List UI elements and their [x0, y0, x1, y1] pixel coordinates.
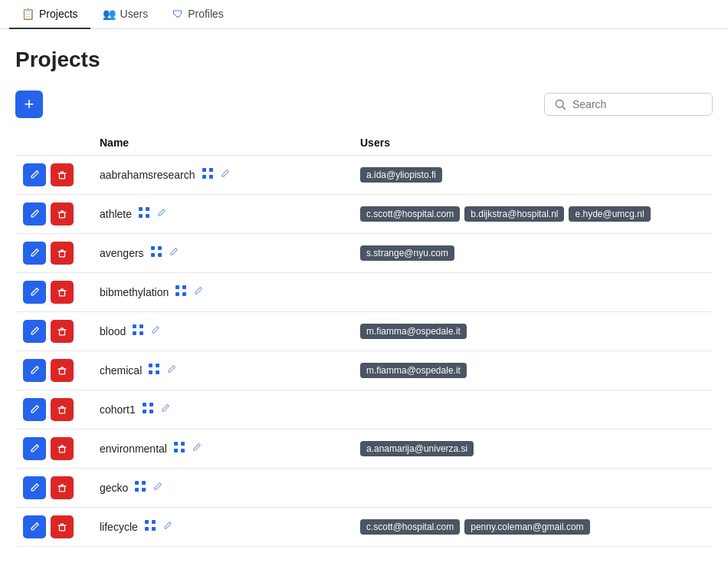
- delete-button[interactable]: [51, 202, 74, 225]
- inline-edit-icon[interactable]: [162, 521, 172, 533]
- tab-bar: 📋 Projects 👥 Users 🛡 Profiles: [0, 0, 728, 29]
- grid-icon[interactable]: [175, 285, 187, 300]
- pencil-icon: [29, 326, 40, 337]
- delete-button[interactable]: [51, 242, 74, 265]
- delete-button[interactable]: [51, 515, 74, 538]
- svg-line-1: [562, 107, 566, 110]
- user-badge: b.dijkstra@hospital.nl: [464, 206, 564, 222]
- tab-users[interactable]: 👥 Users: [90, 0, 161, 29]
- grid-icon[interactable]: [142, 402, 154, 417]
- row-actions: [23, 515, 84, 538]
- trash-icon: [57, 326, 67, 337]
- inline-edit-icon[interactable]: [192, 443, 202, 455]
- edit-button[interactable]: [23, 476, 46, 499]
- svg-rect-29: [156, 364, 159, 367]
- svg-rect-51: [152, 527, 156, 531]
- trash-icon: [57, 248, 67, 258]
- svg-rect-33: [143, 403, 146, 406]
- grid-icon[interactable]: [132, 324, 144, 339]
- delete-button[interactable]: [51, 476, 74, 499]
- edit-button[interactable]: [23, 320, 46, 343]
- add-project-button[interactable]: +: [15, 91, 43, 118]
- grid-icon[interactable]: [148, 363, 160, 378]
- row-users-cell: c.scott@hospital.comb.dijkstra@hospital.…: [353, 195, 713, 234]
- svg-rect-30: [149, 370, 152, 374]
- tab-projects[interactable]: 📋 Projects: [9, 0, 90, 29]
- edit-button[interactable]: [23, 398, 46, 421]
- svg-rect-48: [145, 520, 149, 524]
- users-cell: m.fiamma@ospedale.it: [360, 363, 705, 378]
- row-users-cell: m.fiamma@ospedale.it: [353, 351, 713, 390]
- grid-icon[interactable]: [134, 480, 146, 495]
- row-actions-cell: [15, 430, 92, 469]
- inline-edit-icon[interactable]: [150, 325, 160, 337]
- edit-button[interactable]: [23, 437, 46, 460]
- inline-edit-icon[interactable]: [193, 286, 203, 298]
- delete-button[interactable]: [51, 359, 74, 382]
- inline-edit-icon[interactable]: [156, 208, 166, 220]
- svg-rect-27: [60, 369, 65, 374]
- user-badge: c.scott@hospital.com: [360, 206, 460, 222]
- inline-edit-icon[interactable]: [220, 169, 230, 181]
- row-actions-cell: [15, 390, 92, 430]
- inline-edit-icon[interactable]: [152, 482, 162, 494]
- name-cell: environmental: [100, 441, 345, 456]
- row-actions: [23, 359, 84, 382]
- user-badge: a.ida@yliopisto.fi: [360, 167, 442, 183]
- svg-rect-37: [60, 447, 65, 453]
- row-users-cell: a.anamarija@univerza.si: [353, 430, 713, 469]
- table-row: gecko: [15, 469, 713, 508]
- table-row: athlete c.scott@hospital.comb.dijkstra@h…: [15, 195, 713, 234]
- projects-table: Name Users aabrahamsresearch: [15, 130, 713, 547]
- inline-edit-icon[interactable]: [169, 247, 179, 259]
- svg-rect-26: [139, 331, 143, 335]
- edit-button[interactable]: [23, 202, 46, 225]
- delete-button[interactable]: [51, 398, 74, 421]
- row-actions-cell: [15, 156, 92, 195]
- trash-icon: [57, 209, 67, 219]
- row-actions-cell: [15, 195, 92, 234]
- name-cell: bibmethylation: [100, 285, 345, 300]
- svg-rect-4: [209, 168, 213, 172]
- table-row: blood m.fiamma@ospedale.it: [15, 312, 713, 351]
- projects-icon: 📋: [21, 8, 34, 20]
- row-users-cell: [353, 273, 713, 312]
- row-actions: [23, 202, 84, 225]
- row-name-cell: environmental: [92, 430, 353, 469]
- edit-button[interactable]: [23, 163, 46, 186]
- search-input[interactable]: [572, 98, 703, 110]
- svg-rect-22: [60, 330, 65, 335]
- pencil-icon: [29, 404, 40, 415]
- grid-icon[interactable]: [173, 441, 185, 456]
- delete-button[interactable]: [51, 281, 74, 304]
- name-cell: blood: [100, 324, 345, 339]
- svg-rect-43: [135, 481, 139, 485]
- svg-rect-39: [181, 442, 185, 446]
- users-cell: c.scott@hospital.comb.dijkstra@hospital.…: [360, 206, 705, 222]
- svg-rect-14: [158, 246, 162, 250]
- trash-icon: [57, 365, 67, 376]
- inline-edit-icon[interactable]: [160, 403, 170, 416]
- edit-button[interactable]: [23, 242, 46, 265]
- inline-edit-icon[interactable]: [166, 364, 176, 377]
- row-actions: [23, 437, 84, 460]
- row-name-cell: lifecycle: [92, 508, 353, 547]
- svg-rect-36: [149, 410, 153, 413]
- delete-button[interactable]: [51, 320, 74, 343]
- grid-icon[interactable]: [202, 167, 214, 183]
- row-users-cell: a.ida@yliopisto.fi: [353, 156, 713, 195]
- edit-button[interactable]: [23, 281, 46, 304]
- grid-icon[interactable]: [150, 245, 162, 261]
- tab-profiles[interactable]: 🛡 Profiles: [160, 0, 236, 29]
- svg-rect-23: [133, 324, 136, 328]
- edit-button[interactable]: [23, 515, 46, 538]
- delete-button[interactable]: [51, 437, 74, 460]
- edit-button[interactable]: [23, 359, 46, 382]
- grid-icon[interactable]: [138, 206, 150, 222]
- delete-button[interactable]: [51, 163, 74, 186]
- svg-rect-41: [181, 449, 185, 453]
- project-name: blood: [100, 325, 126, 337]
- svg-rect-5: [202, 175, 206, 179]
- grid-icon[interactable]: [144, 519, 156, 535]
- svg-rect-31: [156, 370, 159, 374]
